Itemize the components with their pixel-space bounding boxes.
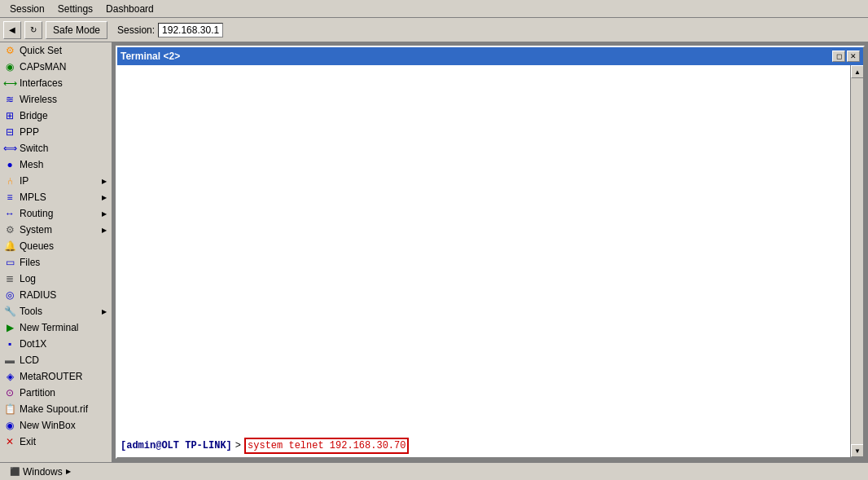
terminal-command[interactable]: system telnet 192.168.30.70 <box>244 438 409 454</box>
terminal-area: Terminal <2> ◻ ✕ [admin@OLT TP-LINK] > s… <box>112 42 868 462</box>
new-winbox-icon: ◉ <box>3 419 16 432</box>
sidebar-item-partition[interactable]: ⊙Partition <box>0 385 112 401</box>
menu-bar: Session Settings Dashboard <box>0 0 868 18</box>
sidebar-item-new-terminal[interactable]: ▶New Terminal <box>0 319 112 336</box>
mpls-label: MPLS <box>20 192 46 203</box>
terminal-content: [admin@OLT TP-LINK] > system telnet 192.… <box>117 65 850 457</box>
sidebar-item-mesh[interactable]: ●Mesh <box>0 156 112 173</box>
exit-icon: ✕ <box>3 435 16 448</box>
dot1x-label: Dot1X <box>20 338 46 350</box>
terminal-prompt-line: [admin@OLT TP-LINK] > system telnet 192.… <box>121 438 847 454</box>
terminal-arrow: > <box>235 440 241 451</box>
sidebar-item-mpls[interactable]: ≡MPLS <box>0 189 112 205</box>
metarouter-icon: ◈ <box>3 370 16 383</box>
main-content: ⚙Quick Set◉CAPsMAN⟷Interfaces≋Wireless⊞B… <box>0 42 868 462</box>
session-label: Session: <box>117 24 155 36</box>
quick-set-icon: ⚙ <box>3 44 16 57</box>
new-terminal-label: New Terminal <box>20 322 78 333</box>
wireless-label: Wireless <box>20 94 57 105</box>
sidebar-item-interfaces[interactable]: ⟷Interfaces <box>0 75 112 91</box>
system-label: System <box>20 224 52 236</box>
ip-label: IP <box>20 175 28 187</box>
sidebar-item-new-winbox[interactable]: ◉New WinBox <box>0 417 112 434</box>
sidebar-item-lcd[interactable]: ▬LCD <box>0 352 112 368</box>
scroll-up-button[interactable]: ▲ <box>851 65 863 78</box>
refresh-button[interactable]: ↻ <box>24 21 42 39</box>
sidebar-item-ppp[interactable]: ⊟PPP <box>0 124 112 140</box>
metarouter-label: MetaROUTER <box>20 371 82 382</box>
tools-label: Tools <box>20 306 42 317</box>
safe-mode-button[interactable]: Safe Mode <box>46 21 107 39</box>
sidebar-item-files[interactable]: ▭Files <box>0 254 112 271</box>
routing-label: Routing <box>20 208 53 219</box>
capsman-label: CAPsMAN <box>20 61 66 73</box>
sidebar-item-wireless[interactable]: ≋Wireless <box>0 91 112 108</box>
ip-icon: ⑃ <box>3 174 16 187</box>
toolbar: ◀ ↻ Safe Mode Session: 192.168.30.1 <box>0 18 868 42</box>
sidebar-item-ip[interactable]: ⑃IP <box>0 173 112 189</box>
bridge-icon: ⊞ <box>3 109 16 122</box>
terminal-restore-button[interactable]: ◻ <box>832 51 845 62</box>
make-supout-icon: 📋 <box>3 403 16 416</box>
partition-label: Partition <box>20 387 55 399</box>
terminal-titlebar: Terminal <2> ◻ ✕ <box>117 47 863 65</box>
mesh-label: Mesh <box>20 159 43 170</box>
sidebar-item-dot1x[interactable]: ▪Dot1X <box>0 336 112 352</box>
capsman-icon: ◉ <box>3 60 16 73</box>
menu-settings[interactable]: Settings <box>51 2 99 16</box>
lcd-label: LCD <box>20 354 39 366</box>
new-winbox-label: New WinBox <box>20 420 76 431</box>
queues-label: Queues <box>20 240 54 252</box>
sidebar-item-quick-set[interactable]: ⚙Quick Set <box>0 42 112 59</box>
scroll-track <box>851 78 863 444</box>
exit-label: Exit <box>20 436 36 447</box>
sidebar-item-queues[interactable]: 🔔Queues <box>0 238 112 254</box>
terminal-title: Terminal <2> <box>121 51 180 62</box>
routing-icon: ↔ <box>3 207 16 220</box>
switch-icon: ⟺ <box>3 142 16 155</box>
log-label: Log <box>20 273 36 284</box>
wireless-icon: ≋ <box>3 93 16 106</box>
mpls-icon: ≡ <box>3 191 16 204</box>
terminal-body: [admin@OLT TP-LINK] > system telnet 192.… <box>117 65 863 457</box>
terminal-window: Terminal <2> ◻ ✕ [admin@OLT TP-LINK] > s… <box>116 46 865 459</box>
radius-icon: ◎ <box>3 288 16 302</box>
dot1x-icon: ▪ <box>3 337 16 350</box>
menu-dashboard[interactable]: Dashboard <box>99 2 160 16</box>
sidebar-item-system[interactable]: ⚙System <box>0 222 112 238</box>
system-icon: ⚙ <box>3 223 16 236</box>
sidebar-item-capsman[interactable]: ◉CAPsMAN <box>0 59 112 75</box>
ppp-label: PPP <box>20 126 39 138</box>
scroll-down-button[interactable]: ▼ <box>851 444 863 457</box>
partition-icon: ⊙ <box>3 386 16 399</box>
files-label: Files <box>20 257 40 268</box>
windows-label: Windows <box>23 466 63 478</box>
sidebar-item-switch[interactable]: ⟺Switch <box>0 140 112 156</box>
back-button[interactable]: ◀ <box>3 21 21 39</box>
menu-session[interactable]: Session <box>3 2 51 16</box>
log-icon: ≣ <box>3 272 16 285</box>
switch-label: Switch <box>20 143 48 154</box>
interfaces-icon: ⟷ <box>3 77 16 90</box>
terminal-scrollbar: ▲ ▼ <box>850 65 863 457</box>
files-icon: ▭ <box>3 256 16 269</box>
ppp-icon: ⊟ <box>3 126 16 139</box>
terminal-close-button[interactable]: ✕ <box>847 51 860 62</box>
sidebar-item-routing[interactable]: ↔Routing <box>0 205 112 222</box>
sidebar-item-metarouter[interactable]: ◈MetaROUTER <box>0 368 112 385</box>
sidebar-item-radius[interactable]: ◎RADIUS <box>0 287 112 303</box>
windows-arrow: ▶ <box>66 468 71 475</box>
new-terminal-icon: ▶ <box>3 321 16 334</box>
windows-item[interactable]: ⬛ Windows ▶ <box>3 465 77 478</box>
tools-icon: 🔧 <box>3 305 16 318</box>
bottom-bar: ⬛ Windows ▶ <box>0 462 868 480</box>
interfaces-label: Interfaces <box>20 77 63 89</box>
sidebar-item-log[interactable]: ≣Log <box>0 271 112 287</box>
sidebar-item-exit[interactable]: ✕Exit <box>0 434 112 450</box>
sidebar-item-make-supout[interactable]: 📋Make Supout.rif <box>0 401 112 417</box>
sidebar-item-bridge[interactable]: ⊞Bridge <box>0 108 112 124</box>
terminal-controls: ◻ ✕ <box>832 51 860 62</box>
queues-icon: 🔔 <box>3 240 16 253</box>
sidebar-item-tools[interactable]: 🔧Tools <box>0 303 112 319</box>
terminal-prompt: [admin@OLT TP-LINK] <box>121 440 232 451</box>
